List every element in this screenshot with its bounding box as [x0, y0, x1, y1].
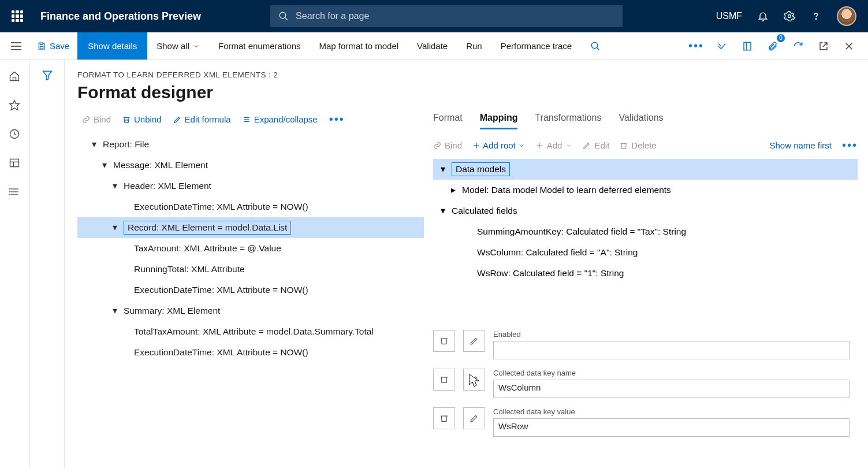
office-icon[interactable]	[740, 39, 755, 54]
help-icon[interactable]	[810, 10, 822, 22]
caret-down-icon: ▾	[111, 306, 119, 316]
tree-node[interactable]: ExecutionDateTime: XML Attribute = NOW()	[77, 280, 424, 300]
validate-button[interactable]: Validate	[408, 32, 457, 60]
tab-mapping[interactable]: Mapping	[480, 113, 518, 129]
collected-key-value-value[interactable]: WsRow	[493, 418, 850, 437]
filter-column	[30, 60, 65, 468]
edit-property-button[interactable]	[463, 369, 485, 391]
tool-icon-a[interactable]	[714, 39, 729, 54]
map-format-to-model-button[interactable]: Map format to model	[310, 32, 408, 60]
edit-formula-button[interactable]: Edit formula	[173, 114, 231, 124]
unbind-button[interactable]: Unbind	[122, 114, 162, 124]
svg-point-8	[591, 42, 598, 49]
home-icon[interactable]	[9, 70, 21, 83]
svg-marker-14	[9, 101, 19, 110]
format-toolbar: Bind Unbind Edit formula Expand/collapse…	[77, 113, 424, 126]
caret-down-icon: ▾	[100, 160, 109, 170]
top-nav: Finance and Operations Preview Search fo…	[0, 0, 868, 32]
save-button[interactable]: Save	[29, 32, 77, 60]
tree-node[interactable]: RunningTotal: XML Attribute	[77, 259, 424, 280]
favorites-icon[interactable]	[9, 99, 21, 112]
mapping-bind-button[interactable]: Bind	[433, 140, 462, 150]
enabled-value[interactable]	[493, 341, 850, 359]
show-all-button[interactable]: Show all	[147, 32, 209, 60]
workspaces-icon[interactable]	[9, 157, 21, 170]
popout-icon[interactable]	[816, 39, 831, 54]
tree-node[interactable]: TaxAmount: XML Attribute = @.Value	[77, 238, 424, 259]
tree-node[interactable]: TotalTaxAmount: XML Attribute = model.Da…	[77, 321, 424, 342]
tree-node[interactable]: ExecutionDateTime: XML Attribute = NOW()	[77, 196, 424, 217]
caret-down-icon: ▾	[439, 206, 447, 216]
trash-icon	[439, 375, 449, 384]
mapping-node[interactable]: WsColumn: Calculated field = "A": String	[433, 242, 858, 263]
panes: Bind Unbind Edit formula Expand/collapse…	[77, 113, 868, 468]
delete-property-button[interactable]	[433, 407, 455, 429]
svg-point-2	[788, 15, 791, 18]
edit-property-button[interactable]	[463, 330, 485, 352]
tree-node[interactable]: ▾Header: XML Element	[77, 176, 424, 196]
edit-property-button[interactable]	[463, 407, 485, 429]
trash-icon	[439, 414, 449, 423]
performance-trace-button[interactable]: Performance trace	[491, 32, 581, 60]
gear-icon[interactable]	[784, 10, 795, 22]
mapping-node[interactable]: WsRow: Calculated field = "1": String	[433, 263, 858, 284]
expand-collapse-button[interactable]: Expand/collapse	[243, 114, 318, 124]
mapping-node[interactable]: ▸Model: Data model Model to learn deferr…	[433, 180, 858, 200]
mapping-edit-button[interactable]: Edit	[583, 140, 609, 150]
format-enumerations-button[interactable]: Format enumerations	[209, 32, 310, 60]
funnel-icon[interactable]	[42, 69, 53, 468]
mapping-toolbar-more[interactable]: •••	[842, 139, 858, 152]
mapping-tree: ▾Data models ▸Model: Data model Model to…	[433, 159, 858, 307]
tab-transformations[interactable]: Transformations	[535, 113, 601, 129]
user-avatar[interactable]	[837, 6, 856, 26]
close-icon[interactable]	[841, 39, 856, 54]
refresh-icon[interactable]	[791, 39, 806, 54]
paperclip-icon	[768, 41, 778, 51]
tree-node[interactable]: ExecutionDateTime: XML Attribute = NOW()	[77, 342, 424, 363]
app-launcher-icon[interactable]	[12, 10, 23, 22]
delete-property-button[interactable]	[433, 369, 455, 391]
recent-icon[interactable]	[9, 128, 21, 141]
more-cmd-icon[interactable]: •••	[688, 39, 704, 53]
mapping-add-button[interactable]: Add	[535, 140, 573, 150]
show-name-first-button[interactable]: Show name first	[769, 140, 832, 150]
show-all-label: Show all	[157, 41, 189, 51]
delete-property-button[interactable]	[433, 330, 455, 352]
tab-format[interactable]: Format	[433, 113, 463, 129]
attachments-button[interactable]: 0	[765, 39, 780, 54]
tree-node[interactable]: ▾Summary: XML Element	[77, 300, 424, 321]
tree-node[interactable]: ▾Message: XML Element	[77, 155, 424, 176]
mapping-delete-button[interactable]: Delete	[620, 140, 656, 150]
svg-line-9	[597, 47, 599, 50]
show-details-button[interactable]: Show details	[77, 32, 147, 60]
tree-node[interactable]: ▾Report: File	[77, 134, 424, 155]
svg-point-3	[815, 18, 816, 19]
main-content: FORMAT TO LEARN DEFERRED XML ELEMENTS : …	[65, 60, 868, 468]
run-button[interactable]: Run	[457, 32, 491, 60]
trash-icon	[620, 142, 628, 150]
pencil-icon	[583, 142, 591, 150]
mapping-node[interactable]: ▾Calculated fields	[433, 200, 858, 221]
plus-icon	[472, 142, 480, 150]
tree-node-selected[interactable]: ▾Record: XML Element = model.Data.List	[77, 217, 424, 238]
chevron-down-icon	[518, 142, 525, 149]
add-root-button[interactable]: Add root	[472, 140, 525, 150]
mapping-node[interactable]: SummingAmountKey: Calculated field = "Ta…	[433, 221, 858, 242]
pencil-icon	[173, 116, 181, 124]
svg-line-1	[285, 17, 288, 20]
company-code[interactable]: USMF	[716, 11, 742, 21]
mapping-node-selected[interactable]: ▾Data models	[433, 159, 858, 180]
tab-validations[interactable]: Validations	[619, 113, 663, 129]
collected-key-name-value[interactable]: WsColumn	[493, 380, 850, 398]
svg-rect-7	[40, 46, 43, 49]
search-placeholder: Search for a page	[296, 11, 369, 21]
nav-toggle-icon[interactable]	[3, 32, 29, 60]
modules-icon[interactable]	[9, 186, 21, 199]
field-label: Enabled	[493, 330, 850, 339]
prop-collected-key-name: Collected data key name WsColumn	[433, 369, 850, 398]
global-search[interactable]: Search for a page	[270, 5, 623, 27]
bell-icon[interactable]	[757, 10, 769, 22]
search-cmd-icon[interactable]	[581, 32, 610, 60]
bind-button[interactable]: Bind	[82, 114, 111, 124]
format-toolbar-more[interactable]: •••	[329, 113, 345, 126]
